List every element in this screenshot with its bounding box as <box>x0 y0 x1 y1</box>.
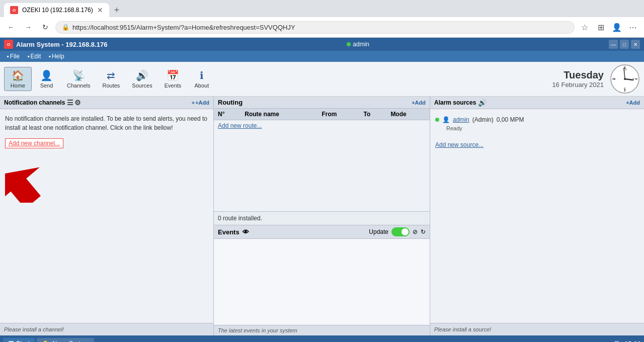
events-header: Events 👁 Update ⊘ ↻ <box>214 225 430 239</box>
add-new-route-link[interactable]: Add new route... <box>218 122 262 129</box>
routing-table: N° Route name From To Mode Add new route… <box>214 109 430 131</box>
source-name-link[interactable]: admin <box>453 116 469 123</box>
notification-channels-header: Notification channels ☰ ⚙ + +Add <box>0 97 213 109</box>
toolbar-right: Tuesday 16 February 2021 12 3 6 9 <box>552 64 640 94</box>
add-channel-plus: + <box>192 100 195 106</box>
source-user-icon: 👤 <box>442 116 450 123</box>
panel-header-left: Notification channels ☰ ⚙ <box>4 99 81 107</box>
collections-button[interactable]: ⊞ <box>594 20 608 34</box>
app-close-button[interactable]: ✕ <box>631 40 640 49</box>
events-title-text: Events <box>218 228 239 236</box>
new-tab-button[interactable]: + <box>111 4 123 17</box>
col-to: To <box>360 109 387 120</box>
taskbar-system-icons: 🖥 <box>613 339 620 342</box>
tab-title: OZEKI 10 (192.168.8.176) <box>22 7 93 14</box>
toolbar-buttons: 🏠 Home 👤 Send 📡 Channels ⇄ Routes 🔊 Sour… <box>4 67 215 91</box>
toolbar-sources-button[interactable]: 🔊 Sources <box>126 67 157 91</box>
events-title: Events 👁 <box>218 228 249 236</box>
url-bar[interactable]: 🔒 https://localhost:9515/Alarm+System/?a… <box>55 21 575 34</box>
add-channel-header-link[interactable]: + +Add <box>192 100 209 106</box>
taskbar-left: ⊞ Start 🔔 Alarm System <box>3 338 94 342</box>
source-status-dot <box>435 118 439 122</box>
add-new-channel-link[interactable]: Add new channel... <box>5 138 63 148</box>
alarm-sources-title: Alarm sources <box>434 99 476 106</box>
channels-list-icon[interactable]: ☰ <box>67 99 73 107</box>
taskbar-app-label: Alarm System <box>51 340 89 342</box>
alarm-sources-footer-text: Please install a source! <box>434 326 491 332</box>
no-channels-message: No notification channels are installed. … <box>5 114 208 132</box>
toolbar-events-button[interactable]: 📅 Events <box>159 67 187 91</box>
alarm-sources-footer: Please install a source! <box>430 323 644 335</box>
events-icon: 📅 <box>167 69 179 81</box>
home-label: Home <box>11 82 25 89</box>
profile-button[interactable]: 👤 <box>610 20 624 34</box>
routing-title: Routing <box>218 99 243 106</box>
col-n: N° <box>214 109 240 120</box>
add-source-header-link[interactable]: +Add <box>626 100 640 106</box>
toolbar-home-button[interactable]: 🏠 Home <box>4 67 32 91</box>
channels-settings-icon[interactable]: ⚙ <box>74 99 81 107</box>
svg-point-11 <box>624 78 626 80</box>
sources-label: Sources <box>132 82 152 89</box>
events-update-toggle[interactable] <box>391 227 410 236</box>
tab-bar: O OZEKI 10 (192.168.8.176) ✕ + <box>0 0 644 17</box>
eye-icon[interactable]: 👁 <box>243 228 249 236</box>
start-button[interactable]: ⊞ Start <box>3 338 35 342</box>
url-text: https://localhost:9515/Alarm+System/?a=H… <box>72 24 568 31</box>
notification-channels-panel: Notification channels ☰ ⚙ + +Add No noti… <box>0 97 214 335</box>
forward-button[interactable]: → <box>21 20 35 34</box>
notification-channels-footer: Please install a channel! <box>0 323 213 335</box>
route-count: 0 route installed. <box>214 211 430 225</box>
bookmark-star-button[interactable]: ☆ <box>578 20 592 34</box>
app-title-controls: — □ ✕ <box>609 40 640 49</box>
back-button[interactable]: ← <box>4 20 18 34</box>
app-minimize-button[interactable]: — <box>609 40 618 49</box>
add-new-source-link[interactable]: Add new source... <box>435 141 484 148</box>
taskbar-right: 🖥 15:09 <box>613 339 641 342</box>
app-window: O Alarm System - 192.168.8.176 admin — □… <box>0 38 644 335</box>
source-item: 👤 admin (Admin) 0,00 MPM <box>435 114 639 125</box>
panel-header-icons: ☰ ⚙ <box>67 99 81 107</box>
routes-icon: ⇄ <box>107 69 115 81</box>
toolbar-about-button[interactable]: ℹ About <box>188 67 215 91</box>
add-source-label: +Add <box>626 100 640 106</box>
events-controls: Update ⊘ ↻ <box>369 227 426 236</box>
app-favicon: O <box>4 40 13 49</box>
taskbar-app-icon: 🔔 <box>42 340 49 342</box>
toolbar-routes-button[interactable]: ⇄ Routes <box>97 67 125 91</box>
reload-button[interactable]: ↻ <box>38 20 52 34</box>
channels-label: Channels <box>67 82 90 89</box>
clock-day: Tuesday <box>552 69 604 81</box>
active-tab[interactable]: O OZEKI 10 (192.168.8.176) ✕ <box>4 3 109 17</box>
browser-controls: ← → ↻ 🔒 https://localhost:9515/Alarm+Sys… <box>0 17 644 38</box>
app-title: Alarm System - 192.168.8.176 <box>16 41 107 48</box>
source-mpm: 0,00 MPM <box>497 116 524 123</box>
taskbar-alarm-system-button[interactable]: 🔔 Alarm System <box>37 338 94 342</box>
col-from: From <box>317 109 359 120</box>
menu-edit[interactable]: Edit <box>25 52 44 61</box>
app-maximize-button[interactable]: □ <box>620 40 629 49</box>
routing-header: Routing +Add <box>214 97 430 109</box>
toggle-knob <box>401 228 409 235</box>
alarm-sources-header: Alarm sources 🔊 +Add <box>430 97 644 109</box>
menu-bar: File Edit Help <box>0 51 644 62</box>
menu-button[interactable]: ⋯ <box>626 20 640 34</box>
events-label: Events <box>165 82 182 89</box>
events-footer-text: The latest events in your system <box>218 327 297 333</box>
events-refresh-icon[interactable]: ↻ <box>421 228 426 235</box>
alarm-sound-icon: 🔊 <box>478 99 487 107</box>
admin-status-dot <box>347 42 351 46</box>
menu-help[interactable]: Help <box>46 52 67 61</box>
source-role: (Admin) <box>472 116 494 123</box>
tab-close-button[interactable]: ✕ <box>97 6 103 14</box>
start-icon: ⊞ <box>8 339 14 342</box>
add-route-header-link[interactable]: +Add <box>412 100 426 106</box>
red-arrow-container <box>5 152 208 204</box>
alarm-sources-body: 👤 admin (Admin) 0,00 MPM Ready Add new s… <box>430 109 644 323</box>
events-cancel-icon[interactable]: ⊘ <box>413 228 418 235</box>
menu-file[interactable]: File <box>4 52 23 61</box>
admin-label: admin <box>353 41 369 48</box>
toolbar-channels-button[interactable]: 📡 Channels <box>61 67 96 91</box>
admin-badge: admin <box>347 41 369 48</box>
toolbar-send-button[interactable]: 👤 Send <box>33 67 60 91</box>
